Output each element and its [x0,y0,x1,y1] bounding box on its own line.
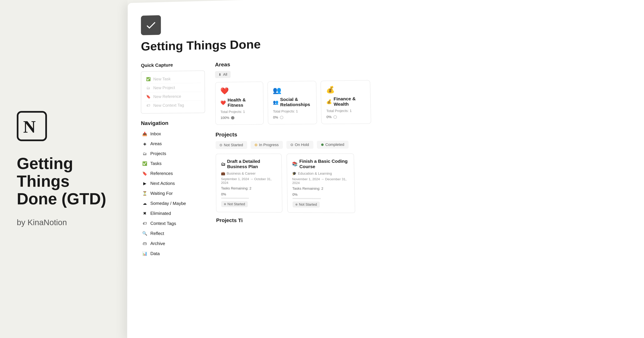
area-card-health-title: ❤️ Health & Fitness [220,97,258,108]
project-cards: 🗂 Draft a Detailed Business Plan 💼 Busin… [216,153,644,215]
sidebar-item-context-tags[interactable]: 🏷 Context Tags [141,218,206,229]
tasks-icon: ✅ [142,161,147,166]
waiting-for-icon: ⏳ [142,191,147,196]
sidebar-item-someday-label: Someday / Maybe [150,201,186,206]
tab-on-hold[interactable]: On Hold [286,141,313,149]
project-card-1-area: 💼 Business & Career [221,171,276,176]
area-card-health-meta: Total Projects: 1 [220,110,258,114]
checkmark-icon [145,19,157,31]
tab-completed[interactable]: Completed [317,141,349,149]
status-dot-2 [295,204,298,206]
project-card-1: 🗂 Draft a Detailed Business Plan 💼 Busin… [216,154,282,212]
notion-logo-svg: N [21,115,43,137]
tab-not-started[interactable]: Not Started [216,141,247,149]
sidebar-item-next-actions-label: Next Actions [150,181,175,186]
area-card-social-progress: 0% [273,115,312,119]
download-icon: ⬇ [218,72,221,76]
progress-circle-health [231,116,234,119]
sidebar-item-reflect-label: Reflect [150,231,164,236]
nav-section-label: Navigation [141,120,205,126]
projects-icon: 🗂 [142,151,147,156]
project-2-area-icon: 🎓 [292,172,297,176]
progress-circle-finance [334,115,337,119]
sidebar-item-waiting-for[interactable]: ⏳ Waiting For [141,188,206,199]
next-actions-icon: ▶ [142,181,147,186]
tab-in-progress[interactable]: In Progress [250,141,283,149]
sidebar-item-archive-label: Archive [150,241,165,246]
areas-all-label: All [223,72,227,76]
social-icon: 👥 [273,86,311,94]
project-card-2-progress-bar [292,198,321,199]
quick-capture-label: Quick Capture [141,62,205,68]
project-1-area-icon: 💼 [221,171,225,175]
area-card-social-title: 👥 Social & Relationships [273,96,312,108]
capture-new-reference[interactable]: 🔖 New Reference [144,92,201,101]
project-card-2-title: 📚 Finish a Basic Coding Course [292,158,349,169]
area-card-health-progress: 100% [220,116,258,120]
capture-new-project[interactable]: 🗂 New Project [144,83,201,92]
sidebar-item-areas[interactable]: ◈ Areas [141,139,205,149]
project-card-1-status: Not Started [221,201,248,207]
capture-new-reference-label: New Reference [153,94,181,99]
projects-tabs: Not Started In Progress On Hold Complete… [216,139,644,149]
project-card-2-dates: November 1, 2024 → December 31, 2024 [292,177,349,185]
area-card-finance-progress: 0% [326,115,366,119]
health-icon: ❤️ [220,87,258,95]
sidebar-item-eliminated[interactable]: ✖ Eliminated [141,208,206,219]
sidebar-item-someday[interactable]: ☁ Someday / Maybe [141,198,206,209]
main-content: Areas ⬇ All ❤️ ❤️ Health & Fitness Total… [215,54,644,266]
areas-all-tag[interactable]: ⬇ All [215,71,230,78]
status-dot-1 [224,203,226,205]
area-card-health: ❤️ ❤️ Health & Fitness Total Projects: 1… [215,82,264,125]
check-icon: ✅ [146,77,150,82]
finance-icon: 💰 [326,85,365,94]
sidebar-item-inbox[interactable]: 📥 Inbox [141,128,205,139]
sidebar-item-tasks[interactable]: ✅ Tasks [141,158,206,169]
sidebar-item-next-actions[interactable]: ▶ Next Actions [141,178,206,188]
capture-new-context[interactable]: 🏷 New Context Tag [144,101,201,110]
project-1-icon: 🗂 [221,162,226,167]
tab-completed-label: Completed [325,142,344,147]
sidebar-item-projects[interactable]: 🗂 Projects [141,148,205,158]
sidebar-item-eliminated-label: Eliminated [150,211,171,216]
data-icon: 📊 [142,251,147,256]
project-card-2-progress: 0% [292,193,349,197]
on-hold-dot [290,144,293,146]
right-panel: Getting Things Done Quick Capture ✅ New … [127,0,644,338]
area-card-social: 👥 👥 Social & Relationships Total Project… [267,81,317,124]
project-card-2: 📚 Finish a Basic Coding Course 🎓 Educati… [286,154,355,213]
project-2-icon: 📚 [292,162,298,167]
tab-on-hold-label: On Hold [295,142,309,147]
svg-text:N: N [23,117,36,136]
project-card-1-progress-bar [221,198,249,199]
completed-dot [321,144,324,146]
area-card-finance-title: 💰 Finance & Wealth [326,96,366,107]
page-icon [141,15,161,35]
project-card-1-tasks: Tasks Remaining: 2 [221,186,277,191]
inbox-icon: 📥 [142,132,147,136]
sidebar-item-references[interactable]: 🔖 References [141,168,206,178]
someday-icon: ☁ [142,201,147,206]
sidebar-item-context-tags-label: Context Tags [150,221,176,226]
capture-new-task[interactable]: ✅ New Task [144,74,201,84]
left-panel: N Getting Things Done (GTD) by KinaNotio… [0,0,128,338]
context-tags-icon: 🏷 [142,221,147,226]
areas-cards: ❤️ ❤️ Health & Fitness Total Projects: 1… [215,76,644,125]
projects-ti-label: Projects Ti [216,217,644,227]
areas-icon: ◈ [142,141,147,146]
sidebar-item-reflect[interactable]: 🔍 Reflect [141,228,206,239]
tab-in-progress-label: In Progress [259,143,278,147]
project-card-1-title: 🗂 Draft a Detailed Business Plan [221,159,276,169]
project-card-1-dates: September 1, 2024 → October 31, 2024 [221,177,277,185]
sidebar-item-inbox-label: Inbox [150,131,161,136]
area-card-finance: 💰 💰 Finance & Wealth Total Projects: 1 0… [320,80,371,124]
capture-new-task-label: New Task [153,76,171,82]
sidebar-item-archive[interactable]: 🗃 Archive [141,238,206,249]
project-card-2-tasks: Tasks Remaining: 2 [292,186,349,191]
sidebar-item-data[interactable]: 📊 Data [141,248,206,260]
sidebar-item-tasks-label: Tasks [150,161,162,166]
eliminated-icon: ✖ [142,211,147,216]
reflect-icon: 🔍 [142,231,147,236]
capture-new-project-label: New Project [153,85,175,90]
sidebar-item-waiting-for-label: Waiting For [150,191,173,196]
